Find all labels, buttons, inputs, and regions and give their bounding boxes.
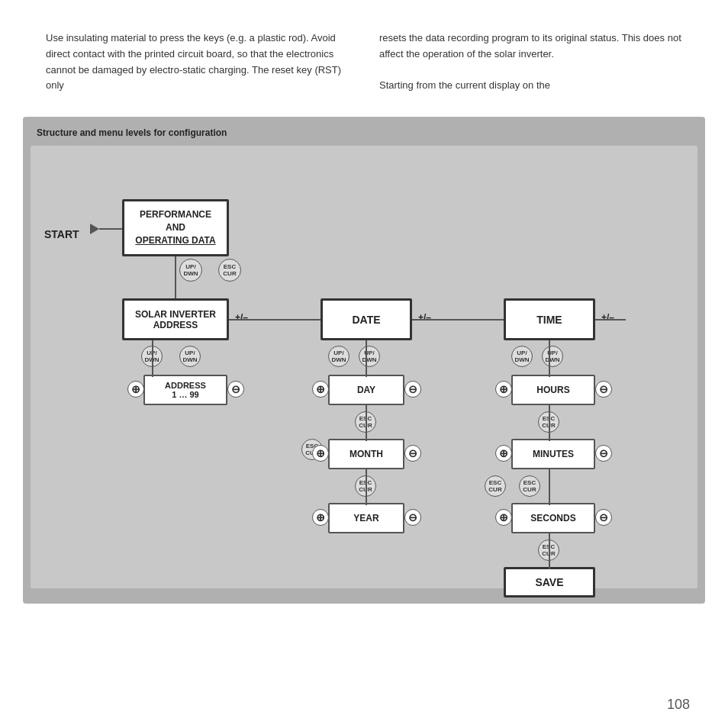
circle-minus-minutes: ⊖ bbox=[595, 445, 612, 462]
vline-time-h-m bbox=[549, 405, 550, 441]
plus-minus-2: +/– bbox=[418, 312, 431, 323]
vline-time-m-s bbox=[549, 469, 550, 505]
box-seconds: SECONDS bbox=[511, 503, 595, 533]
circle-minus-day: ⊖ bbox=[404, 381, 421, 398]
box-performance: PERFORMANCEANDOPERATING DATA bbox=[122, 199, 229, 256]
circle-updwn-date-r: UP/DWN bbox=[359, 346, 380, 367]
circle-updwn-date-l: UP/DWN bbox=[328, 346, 350, 367]
circle-updwn-1: UP/DWN bbox=[179, 259, 202, 282]
circle-minus-address: ⊖ bbox=[227, 381, 244, 398]
box-minutes: MINUTES bbox=[511, 439, 595, 469]
hline-date-time bbox=[412, 319, 504, 321]
page-number: 108 bbox=[667, 697, 690, 713]
vline-date-col bbox=[366, 340, 367, 377]
vline-date-day-month bbox=[366, 405, 367, 441]
box-month: MONTH bbox=[328, 439, 404, 469]
circle-plus-year: ⊕ bbox=[312, 509, 329, 526]
hline-solar-date bbox=[229, 319, 321, 321]
start-label: START bbox=[44, 228, 79, 240]
vline-perf-solar bbox=[175, 256, 176, 298]
circle-plus-month: ⊕ bbox=[312, 445, 329, 462]
top-right-para1: resets the data recording program to its… bbox=[379, 32, 681, 60]
box-solar-inverter: SOLAR INVERTERADDRESS bbox=[122, 298, 229, 340]
vline-solar-addr bbox=[152, 340, 153, 377]
top-text-section: Use insulating material to press the key… bbox=[0, 0, 728, 109]
diagram-title: Structure and menu levels for configurat… bbox=[31, 124, 697, 146]
diagram-inner: START PERFORMANCEANDOPERATING DATA UP/DW… bbox=[31, 146, 697, 588]
circle-minus-year: ⊖ bbox=[404, 509, 421, 526]
circle-minus-month: ⊖ bbox=[404, 445, 421, 462]
box-time: TIME bbox=[504, 298, 595, 340]
circle-updwn-solar-r: UP/DWN bbox=[179, 346, 201, 367]
circle-esccur-sec-l: ESCCUR bbox=[485, 475, 506, 497]
top-right-para2: Starting from the current display on the bbox=[379, 79, 550, 91]
diagram-container: Structure and menu levels for configurat… bbox=[23, 117, 705, 604]
box-year: YEAR bbox=[328, 503, 404, 533]
vline-time-col bbox=[549, 340, 550, 377]
circle-plus-hours: ⊕ bbox=[495, 381, 512, 398]
circle-esccur-1: ESCCUR bbox=[218, 259, 241, 282]
vline-date-month-year bbox=[366, 469, 367, 505]
circle-updwn-time-l: UP/DWN bbox=[511, 346, 533, 367]
plus-minus-1: +/– bbox=[235, 312, 248, 323]
circle-minus-hours: ⊖ bbox=[595, 381, 612, 398]
vline-time-s-save bbox=[549, 533, 550, 569]
circle-updwn-time-r: UP/DWN bbox=[542, 346, 563, 367]
circle-esccur-min-r: ESCCUR bbox=[519, 475, 540, 497]
box-address: ADDRESS1 … 99 bbox=[143, 375, 227, 405]
box-day: DAY bbox=[328, 375, 404, 405]
start-arrow bbox=[90, 224, 99, 234]
circle-plus-minutes: ⊕ bbox=[495, 445, 512, 462]
box-hours: HOURS bbox=[511, 375, 595, 405]
circle-plus-address: ⊕ bbox=[127, 381, 144, 398]
hline-time-right bbox=[595, 319, 626, 321]
plus-minus-3: +/– bbox=[601, 312, 614, 323]
circle-plus-day: ⊕ bbox=[312, 381, 329, 398]
box-save: SAVE bbox=[504, 567, 595, 598]
circle-minus-seconds: ⊖ bbox=[595, 509, 612, 526]
top-text-left: Use insulating material to press the key… bbox=[46, 31, 349, 94]
circle-plus-seconds: ⊕ bbox=[495, 509, 512, 526]
top-text-right: resets the data recording program to its… bbox=[379, 31, 682, 94]
box-date: DATE bbox=[321, 298, 412, 340]
line-start-perf bbox=[99, 228, 122, 230]
